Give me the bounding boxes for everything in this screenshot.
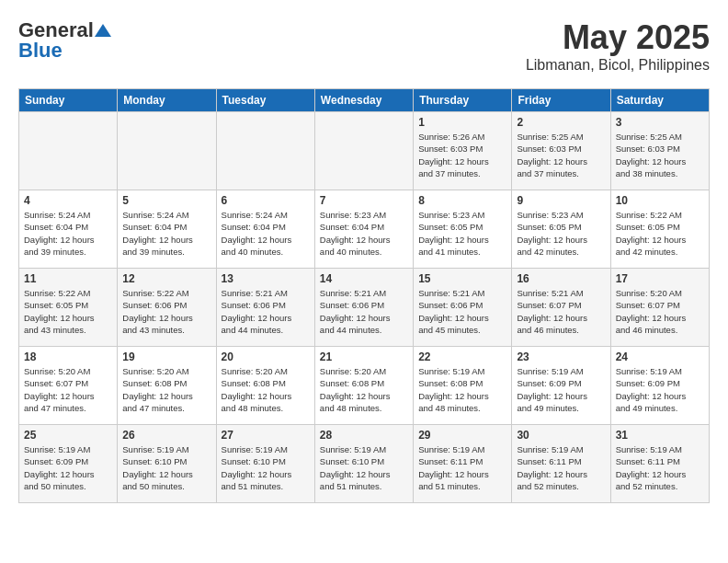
day-info: Sunrise: 5:24 AM Sunset: 6:04 PM Dayligh… (122, 209, 210, 258)
day-number: 5 (122, 194, 210, 207)
day-info: Sunrise: 5:19 AM Sunset: 6:10 PM Dayligh… (122, 443, 210, 492)
day-number: 30 (517, 429, 605, 442)
day-number: 28 (320, 429, 408, 442)
day-info: Sunrise: 5:19 AM Sunset: 6:10 PM Dayligh… (222, 443, 310, 492)
header-row: SundayMondayTuesdayWednesdayThursdayFrid… (19, 89, 710, 112)
calendar-cell: 7Sunrise: 5:23 AM Sunset: 6:04 PM Daylig… (314, 190, 413, 269)
day-info: Sunrise: 5:25 AM Sunset: 6:03 PM Dayligh… (616, 131, 704, 179)
day-number: 25 (24, 429, 112, 442)
day-info: Sunrise: 5:20 AM Sunset: 6:08 PM Dayligh… (320, 365, 408, 414)
calendar-cell: 20Sunrise: 5:20 AM Sunset: 6:08 PM Dayli… (216, 347, 314, 425)
calendar-cell: 8Sunrise: 5:23 AM Sunset: 6:05 PM Daylig… (414, 190, 512, 269)
day-number: 3 (616, 116, 704, 129)
day-info: Sunrise: 5:19 AM Sunset: 6:09 PM Dayligh… (616, 365, 704, 414)
column-header-monday: Monday (118, 89, 216, 112)
day-info: Sunrise: 5:19 AM Sunset: 6:09 PM Dayligh… (517, 365, 605, 414)
day-info: Sunrise: 5:19 AM Sunset: 6:10 PM Dayligh… (320, 443, 408, 492)
calendar-cell: 21Sunrise: 5:20 AM Sunset: 6:08 PM Dayli… (314, 347, 413, 425)
day-number: 29 (418, 429, 506, 442)
day-number: 23 (517, 350, 605, 363)
day-info: Sunrise: 5:19 AM Sunset: 6:09 PM Dayligh… (24, 443, 112, 492)
day-number: 15 (418, 272, 506, 285)
calendar-cell: 22Sunrise: 5:19 AM Sunset: 6:08 PM Dayli… (414, 347, 512, 425)
day-number: 27 (222, 429, 310, 442)
day-number: 11 (24, 272, 112, 285)
day-number: 10 (616, 194, 704, 207)
calendar-cell: 15Sunrise: 5:21 AM Sunset: 6:06 PM Dayli… (414, 269, 512, 347)
calendar-cell: 11Sunrise: 5:22 AM Sunset: 6:05 PM Dayli… (19, 269, 118, 347)
calendar-week-3: 11Sunrise: 5:22 AM Sunset: 6:05 PM Dayli… (19, 269, 710, 347)
day-info: Sunrise: 5:24 AM Sunset: 6:04 PM Dayligh… (24, 209, 112, 258)
calendar-cell: 28Sunrise: 5:19 AM Sunset: 6:10 PM Dayli… (314, 425, 413, 503)
day-info: Sunrise: 5:24 AM Sunset: 6:04 PM Dayligh… (222, 209, 310, 258)
calendar-table: SundayMondayTuesdayWednesdayThursdayFrid… (18, 88, 710, 503)
day-info: Sunrise: 5:22 AM Sunset: 6:05 PM Dayligh… (616, 209, 704, 258)
day-info: Sunrise: 5:19 AM Sunset: 6:11 PM Dayligh… (517, 443, 605, 492)
calendar-cell: 14Sunrise: 5:21 AM Sunset: 6:06 PM Dayli… (314, 269, 413, 347)
svg-marker-0 (95, 24, 111, 37)
column-header-thursday: Thursday (414, 89, 512, 112)
day-number: 8 (418, 194, 506, 207)
day-number: 31 (616, 429, 704, 442)
calendar-cell: 12Sunrise: 5:22 AM Sunset: 6:06 PM Dayli… (118, 269, 216, 347)
day-number: 21 (320, 350, 408, 363)
day-number: 19 (122, 350, 210, 363)
day-number: 6 (222, 194, 310, 207)
calendar-cell (118, 112, 216, 190)
day-info: Sunrise: 5:19 AM Sunset: 6:08 PM Dayligh… (418, 365, 506, 414)
calendar-cell: 2Sunrise: 5:25 AM Sunset: 6:03 PM Daylig… (512, 112, 610, 190)
day-info: Sunrise: 5:20 AM Sunset: 6:07 PM Dayligh… (616, 287, 704, 336)
title-block: May 2025 Libmanan, Bicol, Philippines (526, 18, 710, 74)
day-info: Sunrise: 5:20 AM Sunset: 6:08 PM Dayligh… (222, 365, 310, 414)
calendar-cell (19, 112, 118, 190)
month-title: May 2025 (526, 18, 710, 57)
day-info: Sunrise: 5:22 AM Sunset: 6:05 PM Dayligh… (24, 287, 112, 336)
day-number: 2 (517, 116, 605, 129)
calendar-cell: 5Sunrise: 5:24 AM Sunset: 6:04 PM Daylig… (118, 190, 216, 269)
calendar-cell: 30Sunrise: 5:19 AM Sunset: 6:11 PM Dayli… (512, 425, 610, 503)
day-info: Sunrise: 5:21 AM Sunset: 6:07 PM Dayligh… (517, 287, 605, 336)
calendar-week-5: 25Sunrise: 5:19 AM Sunset: 6:09 PM Dayli… (19, 425, 710, 503)
column-header-wednesday: Wednesday (314, 89, 413, 112)
day-number: 16 (517, 272, 605, 285)
day-number: 7 (320, 194, 408, 207)
day-number: 4 (24, 194, 112, 207)
location: Libmanan, Bicol, Philippines (526, 57, 710, 74)
calendar-cell: 23Sunrise: 5:19 AM Sunset: 6:09 PM Dayli… (512, 347, 610, 425)
logo: General Blue (18, 18, 112, 63)
day-info: Sunrise: 5:23 AM Sunset: 6:05 PM Dayligh… (517, 209, 605, 258)
column-header-sunday: Sunday (19, 89, 118, 112)
calendar-cell: 6Sunrise: 5:24 AM Sunset: 6:04 PM Daylig… (216, 190, 314, 269)
day-info: Sunrise: 5:23 AM Sunset: 6:04 PM Dayligh… (320, 209, 408, 258)
day-number: 26 (122, 429, 210, 442)
day-info: Sunrise: 5:20 AM Sunset: 6:07 PM Dayligh… (24, 365, 112, 414)
day-number: 14 (320, 272, 408, 285)
logo-blue: Blue (18, 39, 63, 63)
calendar-cell: 25Sunrise: 5:19 AM Sunset: 6:09 PM Dayli… (19, 425, 118, 503)
calendar-cell: 1Sunrise: 5:26 AM Sunset: 6:03 PM Daylig… (414, 112, 512, 190)
day-info: Sunrise: 5:22 AM Sunset: 6:06 PM Dayligh… (122, 287, 210, 336)
day-number: 22 (418, 350, 506, 363)
calendar-cell: 29Sunrise: 5:19 AM Sunset: 6:11 PM Dayli… (414, 425, 512, 503)
day-number: 13 (222, 272, 310, 285)
calendar-cell: 16Sunrise: 5:21 AM Sunset: 6:07 PM Dayli… (512, 269, 610, 347)
calendar-week-2: 4Sunrise: 5:24 AM Sunset: 6:04 PM Daylig… (19, 190, 710, 269)
column-header-friday: Friday (512, 89, 610, 112)
calendar-cell: 19Sunrise: 5:20 AM Sunset: 6:08 PM Dayli… (118, 347, 216, 425)
calendar-cell: 10Sunrise: 5:22 AM Sunset: 6:05 PM Dayli… (610, 190, 709, 269)
calendar-cell: 18Sunrise: 5:20 AM Sunset: 6:07 PM Dayli… (19, 347, 118, 425)
day-info: Sunrise: 5:21 AM Sunset: 6:06 PM Dayligh… (222, 287, 310, 336)
day-info: Sunrise: 5:19 AM Sunset: 6:11 PM Dayligh… (418, 443, 506, 492)
calendar-cell: 4Sunrise: 5:24 AM Sunset: 6:04 PM Daylig… (19, 190, 118, 269)
calendar-week-1: 1Sunrise: 5:26 AM Sunset: 6:03 PM Daylig… (19, 112, 710, 190)
calendar-cell (216, 112, 314, 190)
day-info: Sunrise: 5:20 AM Sunset: 6:08 PM Dayligh… (122, 365, 210, 414)
day-info: Sunrise: 5:21 AM Sunset: 6:06 PM Dayligh… (320, 287, 408, 336)
day-number: 12 (122, 272, 210, 285)
calendar-cell: 27Sunrise: 5:19 AM Sunset: 6:10 PM Dayli… (216, 425, 314, 503)
day-info: Sunrise: 5:23 AM Sunset: 6:05 PM Dayligh… (418, 209, 506, 258)
day-number: 17 (616, 272, 704, 285)
column-header-saturday: Saturday (610, 89, 709, 112)
calendar-cell: 24Sunrise: 5:19 AM Sunset: 6:09 PM Dayli… (610, 347, 709, 425)
calendar-cell: 9Sunrise: 5:23 AM Sunset: 6:05 PM Daylig… (512, 190, 610, 269)
